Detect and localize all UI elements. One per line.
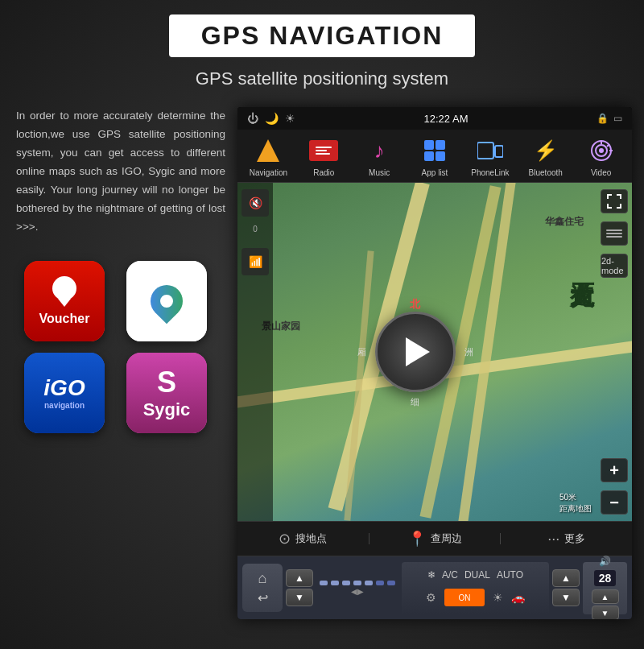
home-back-section: ⌂ ↩	[242, 564, 283, 612]
slider-dot-5	[365, 581, 373, 585]
volume-display: 28	[594, 570, 617, 586]
battery-icon: ▭	[613, 113, 622, 124]
road-condition-button[interactable]	[601, 221, 628, 246]
back-icon[interactable]: ↩	[258, 590, 268, 606]
2d-mode-button[interactable]: 2d-mode	[601, 254, 628, 278]
app-icons-grid: Voucher iGO navigation	[16, 253, 225, 441]
map-left-sidebar: 🔇 0 📶	[237, 183, 273, 521]
app-icon-voucher[interactable]: Voucher	[24, 261, 105, 341]
sygic-s-icon: S	[157, 366, 176, 399]
app-bar-item-radio[interactable]: Radio	[296, 136, 352, 177]
svg-rect-1	[436, 140, 445, 150]
ac-top-row: ❄ A/C DUAL AUTO	[427, 569, 523, 581]
dual-label: DUAL	[464, 569, 490, 581]
sygic-logo: Sygic	[143, 399, 191, 420]
page-subtitle: GPS satellite positioning system	[0, 68, 644, 89]
volume-up-button[interactable]: ▲	[592, 589, 619, 604]
ac-bottom-row: ⚙ ON ☀ 🚗	[426, 589, 525, 606]
nav-circle-outer	[375, 312, 456, 392]
svg-line-11	[607, 144, 609, 147]
phonelink-label: PhoneLink	[471, 168, 509, 177]
right-panel: ⏻ 🌙 ☀ 12:22 AM 🔒 ▭	[233, 107, 636, 619]
voucher-pin-icon	[52, 276, 76, 300]
ac-label: A/C	[442, 569, 458, 581]
map-area: 华鑫住宅 石龙大道 景山家园 🔇 0 📶	[237, 183, 632, 521]
radio-icon	[309, 136, 338, 165]
app-bar-item-video[interactable]: Video	[573, 136, 629, 177]
arrow-down-button[interactable]: ▼	[286, 589, 313, 606]
svg-rect-0	[424, 140, 434, 150]
app-bar-item-navigation[interactable]: Navigation	[241, 136, 296, 177]
voucher-label: Voucher	[39, 312, 90, 326]
right-arrow-up-button[interactable]: ▲	[552, 569, 580, 587]
volume-arrows: ▲ ▼	[592, 589, 619, 619]
zoom-in-button[interactable]: +	[601, 458, 628, 482]
ac-controls: ❄ A/C DUAL AUTO ⚙ ON ☀ 🚗	[402, 562, 549, 614]
nearby-button[interactable]: 📍 查周边	[369, 530, 501, 548]
main-layout: In order to more accurately determine th…	[0, 107, 644, 619]
nav-arrows: ▲ ▼	[286, 569, 313, 606]
volume-section: 🔊 28 ▲ ▼	[583, 562, 627, 614]
fan-icon: ⚙	[426, 591, 436, 604]
music-icon: ♪	[365, 136, 394, 165]
description-text: In order to more accurately determine th…	[16, 107, 225, 237]
volume-down-button[interactable]: ▼	[592, 606, 619, 619]
wifi-icon[interactable]: 📶	[242, 248, 269, 275]
bluetooth-label: Bluetooth	[529, 168, 563, 177]
svg-rect-3	[436, 151, 445, 161]
bottom-controls: ⌂ ↩ ▲ ▼	[237, 556, 632, 619]
svg-rect-4	[477, 143, 493, 159]
video-label: Video	[591, 168, 611, 177]
mute-number: 0	[253, 225, 258, 234]
right-arrow-down-button[interactable]: ▼	[552, 589, 580, 606]
arrow-up-button[interactable]: ▲	[286, 569, 313, 587]
moon-icon: 🌙	[265, 112, 279, 125]
svg-rect-5	[495, 146, 503, 157]
mute-icon[interactable]: 🔇	[242, 189, 269, 217]
map-label-huaxin: 华鑫住宅	[545, 215, 584, 229]
phonelink-icon	[476, 136, 505, 165]
more-button[interactable]: ··· 更多	[501, 530, 632, 548]
applist-icon	[420, 136, 449, 165]
page-wrapper: GPS NAVIGATION GPS satellite positioning…	[0, 0, 644, 649]
home-icon[interactable]: ⌂	[258, 570, 267, 587]
app-bar-item-phonelink[interactable]: PhoneLink	[462, 136, 518, 177]
app-icon-sygic[interactable]: S Sygic	[126, 353, 207, 433]
brightness-icon: ☀	[285, 112, 295, 125]
app-bar-item-applist[interactable]: App list	[407, 136, 463, 177]
app-bar: Navigation	[237, 130, 632, 183]
status-right: 🔒 ▭	[597, 113, 622, 124]
slider-dot-6	[376, 581, 384, 585]
fullscreen-button[interactable]	[601, 189, 628, 213]
device-screen: ⏻ 🌙 ☀ 12:22 AM 🔒 ▭	[237, 107, 632, 619]
app-bar-item-bluetooth[interactable]: ⚡ Bluetooth	[518, 136, 573, 177]
app-icon-igo[interactable]: iGO navigation	[24, 353, 105, 433]
app-icon-maps[interactable]	[126, 261, 207, 341]
app-bar-item-music[interactable]: ♪ Music	[352, 136, 407, 177]
svg-rect-2	[424, 151, 434, 161]
svg-point-9	[599, 148, 604, 153]
slider-dots	[320, 581, 395, 585]
nav-compass[interactable]: 北 厢 洲 细	[375, 312, 456, 392]
map-scale: 50米距离地图	[559, 492, 592, 515]
heat-icon: ☀	[493, 591, 503, 604]
status-bar: ⏻ 🌙 ☀ 12:22 AM 🔒 ▭	[237, 107, 632, 130]
status-time: 12:22 AM	[424, 113, 469, 125]
music-label: Music	[369, 168, 390, 177]
radio-label: Radio	[313, 168, 334, 177]
power-icon: ⏻	[247, 112, 258, 125]
speaker-icon: 🔊	[599, 556, 611, 567]
applist-label: App list	[422, 168, 448, 177]
search-place-button[interactable]: ⊙ 搜地点	[237, 530, 369, 548]
left-panel: In order to more accurately determine th…	[8, 107, 233, 619]
slider-dot-3	[342, 581, 350, 585]
nav-play-icon	[406, 337, 430, 366]
video-icon	[587, 136, 616, 165]
ac-on-button[interactable]: ON	[444, 589, 485, 606]
search-place-icon: ⊙	[279, 530, 291, 548]
slider-dot-2	[331, 581, 339, 585]
zoom-out-button[interactable]: −	[601, 490, 628, 515]
navigation-label: Navigation	[250, 168, 287, 177]
car-icon: 🚗	[511, 591, 525, 604]
slider-dot-4	[353, 581, 361, 585]
